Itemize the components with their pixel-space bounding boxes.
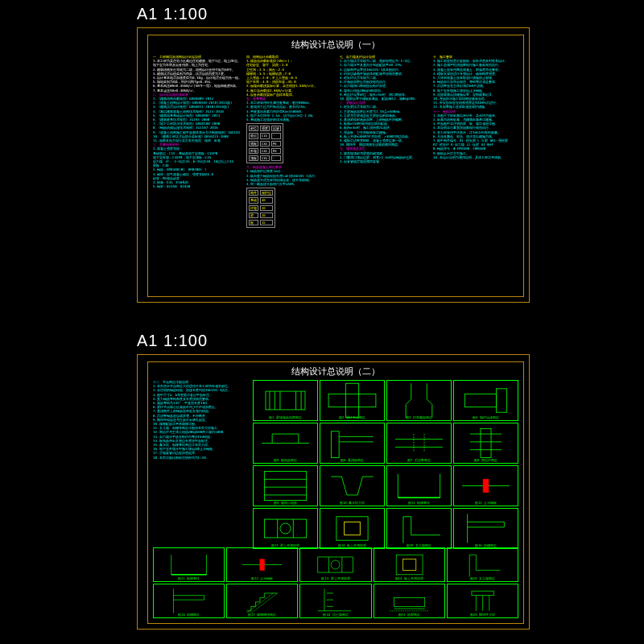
detail-caption: 图20 预埋件大样	[448, 613, 518, 617]
sheet2-detail-grid-top: 图1 梁端箍筋加密构造图2 梁柱节点构造图3 柱变截面构造图4 墙柱连接构造图5…	[253, 380, 518, 549]
detail-13: 图13 梁上开洞加强	[299, 547, 371, 582]
detail-15: 图15 女儿墙构造	[447, 547, 518, 582]
sheet2-label: A1 1:100	[137, 332, 208, 350]
detail-caption: 图16 雨棚构造	[154, 613, 224, 617]
svg-rect-41	[402, 559, 415, 571]
svg-rect-36	[318, 557, 353, 572]
svg-rect-28	[264, 519, 306, 538]
svg-rect-22	[264, 472, 306, 501]
detail-9: 图9 墙体拉结筋	[253, 465, 318, 506]
sheet2-notes: 十二、节点构造详图说明1.本页所示节点构造大样适用于本工程所有相关部位。2.未注…	[153, 380, 248, 543]
detail-16: 图16 雨棚构造	[153, 584, 225, 618]
svg-rect-40	[396, 555, 423, 575]
text-line: 6.基本风压W0=0.45kN/㎡(50年一遇)，地面粗糙度B类。	[153, 84, 242, 88]
svg-rect-47	[394, 597, 424, 606]
detail-12: 图12 止水钢板	[226, 547, 298, 582]
detail-17: 图17 楼梯梯段构造	[226, 584, 298, 618]
detail-8: 图8 构造柱构造	[453, 423, 518, 464]
detail-2: 图2 梁柱节点构造	[320, 380, 385, 421]
sheet2-title: 结构设计总说明（二）	[148, 365, 523, 378]
detail-caption: 图17 楼梯梯段构造	[227, 613, 297, 617]
detail-15: 图15 女儿墙构造	[386, 508, 452, 549]
detail-7: 图7 后浇带构造	[386, 423, 452, 464]
svg-rect-0	[266, 391, 305, 410]
svg-point-37	[332, 560, 341, 569]
detail-caption: 图6 悬挑板构造	[320, 458, 384, 462]
detail-4: 图4 墙柱连接构造	[453, 380, 518, 421]
sheet1-title: 结构设计总说明（一）	[148, 39, 523, 51]
detail-10: 图10 集水坑大样	[320, 465, 385, 506]
detail-caption: 图18 挡土墙构造	[300, 613, 370, 617]
detail-caption: 图4 墙柱连接构造	[454, 415, 518, 419]
sheet1-col4: 十、施工要求 1.施工前应熟悉全套图纸，如有矛盾及时联系设计。2.施工必须严格按…	[433, 55, 520, 291]
detail-caption: 图8 构造柱构造	[454, 458, 518, 462]
text-line: 5.基础施工应做好降排水措施。	[246, 118, 335, 122]
svg-rect-11	[331, 431, 339, 458]
detail-caption: 图9 墙体拉结筋	[254, 501, 317, 505]
detail-14: 图14 板上开洞加强	[320, 508, 385, 549]
detail-3: 图3 柱变截面构造	[386, 380, 452, 421]
detail-caption: 图7 后浇带构造	[387, 458, 451, 462]
sheet1-outer-frame: 结构设计总说明（一） 一、工程概况及结构设计依据说明 1.本工程为某住宅小区高层…	[137, 27, 530, 303]
sheet2-detail-grid-bottom: 图11 电梯基坑图12 止水钢板图13 梁上开洞加强图14 板上开洞加强图15 …	[153, 547, 518, 618]
svg-line-42	[247, 593, 274, 613]
detail-13: 图13 梁上开洞加强	[253, 508, 318, 549]
svg-rect-32	[336, 517, 368, 540]
svg-rect-50	[472, 591, 493, 595]
sheet2-inner-frame: 结构设计总说明（二） 十二、节点构造详图说明1.本页所示节点构造大样适用于本工程…	[147, 361, 524, 624]
detail-11: 图11 电梯基坑	[386, 465, 452, 506]
sheet1-label: A1 1:100	[137, 5, 208, 23]
svg-rect-6	[345, 383, 358, 417]
text-line: 10.本设计说明为通用说明，具体工程详单体图。	[433, 155, 520, 159]
detail-5: 图5 板负筋构造	[253, 423, 318, 464]
detail-12: 图12 止水钢板	[453, 465, 518, 506]
detail-1: 图1 梁端箍筋加密构造	[253, 380, 318, 421]
detail-caption: 图19 地梁构造	[374, 613, 444, 617]
s1-table2: 构件保护层基础40柱墙20梁20板15	[246, 188, 275, 228]
svg-point-29	[280, 523, 291, 534]
svg-rect-7	[328, 394, 376, 407]
detail-caption: 图15 女儿墙构造	[448, 576, 518, 580]
detail-caption: 图14 板上开洞加强	[374, 576, 444, 580]
detail-caption: 图1 梁端箍筋加密构造	[254, 415, 317, 419]
text-line: 5.钢材：Q235B、Q345B	[153, 184, 242, 188]
detail-6: 图6 悬挑板构造	[320, 423, 385, 464]
sheet1-inner-frame: 结构设计总说明（一） 一、工程概况及结构设计依据说明 1.本工程为某住宅小区高层…	[147, 35, 524, 297]
detail-caption: 图10 集水坑大样	[320, 501, 384, 505]
detail-16: 图16 雨棚构造	[453, 508, 518, 549]
detail-14: 图14 板上开洞加强	[374, 547, 445, 582]
detail-caption: 图12 止水钢板	[454, 501, 518, 505]
detail-caption: 图11 电梯基坑	[154, 576, 224, 580]
detail-caption: 图2 梁柱节点构造	[320, 415, 384, 419]
detail-caption: 图12 止水钢板	[227, 576, 297, 580]
s1-table1: 部位强度抗渗垫层C15-底板C35P8外墙C35P8顶板C35-	[246, 123, 283, 163]
sheet1-col2: 四、结构设计荷载取值 1.楼面活荷载标准值(kN/㎡)： 住宅卧室、客厅、厨房：…	[246, 55, 335, 291]
text-line: 18.本页详图比例除注明外均为1:20。	[153, 456, 248, 460]
svg-rect-18	[481, 429, 491, 458]
detail-11: 图11 电梯基坑	[153, 547, 225, 582]
sheet2-outer-frame: 结构设计总说明（二） 十二、节点构造详图说明1.本页所示节点构造大样适用于本工程…	[137, 354, 530, 630]
sheet1-col3: 七、剪力墙及柱设计说明 1.剪力墙抗震等级为二级，底部加强区为-1~2层。2.剪…	[340, 55, 428, 291]
text-line: 3.设备管线穿墙应预埋套管。	[340, 159, 428, 163]
text-line: 4.同一截面接头面积百分率≤50%。	[246, 182, 335, 186]
sheet1-col1: 一、工程概况及结构设计依据说明 1.本工程为某住宅小区高层住宅建筑，地下1层，地…	[153, 55, 242, 291]
detail-20: 图20 预埋件大样	[447, 584, 518, 618]
detail-caption: 图3 柱变截面构造	[387, 415, 451, 419]
detail-caption: 图13 梁上开洞加强	[300, 576, 370, 580]
svg-rect-8	[464, 394, 496, 407]
text-line: 3.《建筑抗震设计规范》GB50011-2010(2016版)	[153, 105, 242, 109]
detail-19: 图19 地梁构造	[374, 584, 445, 618]
svg-rect-9	[497, 389, 507, 412]
detail-caption: 图11 电梯基坑	[387, 501, 451, 505]
svg-rect-33	[345, 522, 361, 535]
detail-18: 图18 挡土墙构造	[299, 584, 371, 618]
detail-caption: 图5 板负筋构造	[254, 458, 317, 462]
